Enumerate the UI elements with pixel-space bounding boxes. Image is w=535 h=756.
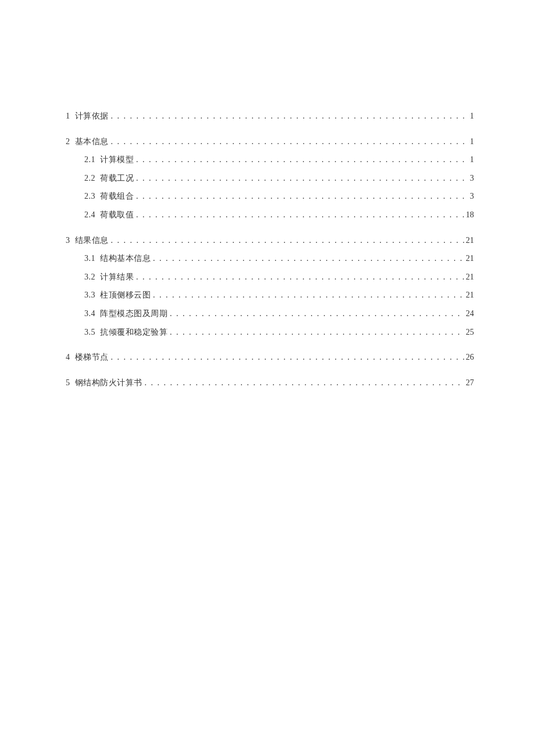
toc-leader-dots — [134, 191, 469, 202]
toc-entry: 2.1计算模型1 — [66, 154, 474, 166]
toc-leader-dots — [142, 377, 465, 389]
toc-entry: 2基本信息1 — [66, 136, 474, 148]
toc-label: 3.3柱顶侧移云图 — [84, 289, 151, 301]
toc-number: 5 — [66, 378, 70, 387]
toc-entry: 3.1结构基本信息21 — [66, 253, 474, 264]
toc-number: 3.4 — [84, 309, 95, 318]
toc-title: 柱顶侧移云图 — [100, 291, 151, 299]
toc-label: 2.3荷载组合 — [84, 191, 134, 202]
toc-page-number: 21 — [465, 271, 474, 283]
toc-page-number: 25 — [465, 327, 474, 338]
toc-page-number: 27 — [465, 377, 474, 389]
toc-leader-dots — [109, 110, 469, 122]
toc-page-number: 1 — [469, 154, 474, 166]
toc-page-number: 1 — [469, 110, 474, 122]
toc-leader-dots — [109, 136, 469, 148]
toc-number: 4 — [66, 353, 70, 361]
toc-entry: 1计算依据1 — [66, 110, 474, 122]
toc-leader-dots — [134, 209, 465, 221]
toc-label: 3.5抗倾覆和稳定验算 — [84, 327, 167, 338]
toc-leader-dots — [109, 235, 465, 246]
toc-label: 3.2计算结果 — [84, 271, 134, 283]
toc-leader-dots — [167, 327, 465, 338]
toc-number: 2.4 — [84, 210, 95, 219]
toc-label: 2基本信息 — [66, 136, 109, 148]
toc-entry: 2.3荷载组合3 — [66, 191, 474, 202]
toc-title: 计算结果 — [100, 273, 134, 281]
toc-number: 1 — [66, 112, 70, 120]
toc-page-number: 21 — [465, 289, 474, 301]
toc-title: 计算依据 — [75, 112, 109, 120]
toc-number: 2.3 — [84, 192, 95, 200]
toc-label: 1计算依据 — [66, 110, 109, 122]
toc-label: 3结果信息 — [66, 235, 109, 246]
toc-number: 2 — [66, 137, 70, 146]
toc-number: 3.5 — [84, 328, 95, 336]
toc-label: 3.1结构基本信息 — [84, 253, 151, 264]
toc-number: 3 — [66, 236, 70, 245]
table-of-contents: 1计算依据12基本信息12.1计算模型12.2荷载工况32.3荷载组合32.4荷… — [66, 110, 474, 388]
toc-number: 3.2 — [84, 273, 95, 281]
toc-leader-dots — [167, 308, 465, 320]
toc-leader-dots — [151, 289, 465, 301]
toc-entry: 2.4荷载取值18 — [66, 209, 474, 221]
toc-page-number: 21 — [465, 253, 474, 264]
toc-page-number: 3 — [469, 191, 474, 202]
toc-page-number: 1 — [469, 136, 474, 148]
toc-number: 3.1 — [84, 254, 95, 263]
toc-number: 2.2 — [84, 174, 95, 182]
toc-label: 4楼梯节点 — [66, 352, 109, 363]
toc-page-number: 21 — [465, 235, 474, 246]
toc-entry: 3.3柱顶侧移云图21 — [66, 289, 474, 301]
toc-label: 2.1计算模型 — [84, 154, 134, 166]
toc-entry: 3.5抗倾覆和稳定验算25 — [66, 327, 474, 338]
toc-number: 3.3 — [84, 291, 95, 299]
toc-title: 荷载组合 — [100, 192, 134, 200]
toc-title: 抗倾覆和稳定验算 — [100, 328, 167, 336]
toc-page-number: 24 — [465, 308, 474, 320]
toc-label: 2.4荷载取值 — [84, 209, 134, 221]
toc-entry: 3.4阵型模态图及周期24 — [66, 308, 474, 320]
toc-page-number: 18 — [465, 209, 474, 221]
toc-leader-dots — [134, 154, 469, 166]
toc-title: 基本信息 — [75, 137, 109, 146]
toc-title: 荷载工况 — [100, 174, 134, 182]
toc-label: 2.2荷载工况 — [84, 173, 134, 184]
toc-page-number: 26 — [465, 352, 474, 363]
toc-leader-dots — [134, 173, 469, 184]
toc-leader-dots — [134, 271, 465, 283]
toc-title: 荷载取值 — [100, 210, 134, 219]
toc-title: 楼梯节点 — [75, 353, 109, 361]
toc-title: 钢结构防火计算书 — [75, 378, 142, 387]
toc-leader-dots — [109, 352, 465, 363]
toc-entry: 2.2荷载工况3 — [66, 173, 474, 184]
toc-title: 阵型模态图及周期 — [100, 309, 167, 318]
toc-number: 2.1 — [84, 155, 95, 164]
toc-label: 5钢结构防火计算书 — [66, 377, 142, 389]
toc-title: 计算模型 — [100, 155, 134, 164]
toc-title: 结果信息 — [75, 236, 109, 245]
toc-entry: 4楼梯节点26 — [66, 352, 474, 363]
toc-page-number: 3 — [469, 173, 474, 184]
toc-title: 结构基本信息 — [100, 254, 151, 263]
toc-entry: 3结果信息21 — [66, 235, 474, 246]
toc-entry: 5钢结构防火计算书27 — [66, 377, 474, 389]
toc-label: 3.4阵型模态图及周期 — [84, 308, 167, 320]
toc-entry: 3.2计算结果21 — [66, 271, 474, 283]
toc-leader-dots — [151, 253, 465, 264]
